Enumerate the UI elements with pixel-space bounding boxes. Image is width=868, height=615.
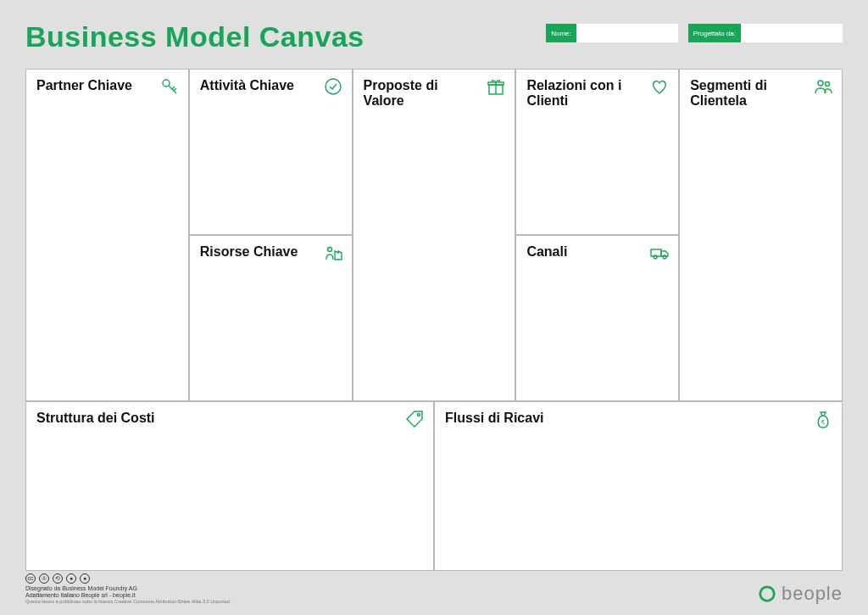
block-title: Segmenti di Clientela [690, 78, 796, 109]
credit-line-2: Adattamento italiano Beople srl - beople… [25, 592, 231, 599]
block-title: Relazioni con i Clienti [526, 78, 632, 109]
block-title: Proposte di Valore [364, 78, 470, 109]
block-customer-relationships: Relazioni con i Clienti [515, 69, 679, 235]
cc-badge-4: ● [66, 573, 76, 584]
block-title: Risorse Chiave [200, 244, 306, 260]
tag-icon [404, 409, 425, 429]
svg-text:€: € [821, 419, 825, 425]
money-bag-icon: € [813, 409, 833, 429]
logo-text: beople [782, 583, 843, 605]
cc-by-badge: ① [39, 573, 49, 584]
check-circle-icon [323, 76, 343, 97]
factory-worker-icon [323, 243, 343, 263]
logo: beople [758, 583, 843, 605]
block-title: Canali [526, 244, 632, 260]
page-title: Business Model Canvas [25, 20, 364, 53]
meta-designedby-input[interactable] [741, 24, 843, 42]
cc-sa-badge: ⟲ [53, 573, 63, 584]
block-key-resources: Risorse Chiave [189, 235, 353, 401]
meta-field-designedby: Progettato da: [688, 24, 843, 42]
block-title: Partner Chiave [36, 78, 142, 93]
svg-point-8 [818, 81, 823, 86]
svg-point-2 [327, 248, 331, 252]
block-title: Attività Chiave [200, 78, 306, 93]
svg-point-10 [418, 414, 420, 417]
truck-icon [649, 243, 670, 263]
block-cost-structure: Struttura dei Costi [25, 401, 434, 571]
svg-point-1 [326, 79, 341, 94]
logo-icon [758, 584, 776, 603]
svg-point-12 [760, 587, 775, 601]
block-revenue-streams: Flussi di Ricavi € [434, 401, 843, 571]
cc-badge: cc [25, 573, 36, 584]
credit-line-1: Disegnato da Business Model Foundry AG [25, 585, 231, 592]
block-channels: Canali [515, 235, 679, 401]
block-title: Flussi di Ricavi [445, 411, 735, 426]
svg-point-6 [654, 255, 657, 259]
canvas-grid: Partner Chiave Attività Chiave Risorse C… [25, 69, 843, 571]
svg-point-0 [163, 80, 170, 87]
footer: cc ① ⟲ ● ● Disegnato da Business Model F… [0, 567, 868, 615]
key-icon [159, 76, 180, 97]
cc-badge-5: ● [80, 573, 90, 584]
block-customer-segments: Segmenti di Clientela [679, 69, 843, 401]
meta-fields: Nome: Progettato da: [546, 24, 843, 42]
svg-point-7 [663, 255, 666, 259]
credit-line-3: Questo lavoro è pubblicato sotto la lice… [25, 599, 231, 605]
people-icon [813, 76, 833, 97]
meta-designedby-label: Progettato da: [688, 24, 741, 42]
meta-field-name: Nome: [546, 24, 678, 42]
block-value-propositions: Proposte di Valore [353, 69, 516, 401]
meta-name-input[interactable] [576, 24, 678, 42]
svg-point-9 [826, 82, 830, 87]
heart-icon [649, 76, 670, 97]
meta-name-label: Nome: [546, 24, 576, 42]
block-key-activities: Attività Chiave [189, 69, 353, 235]
block-key-partners: Partner Chiave [25, 69, 189, 401]
block-title: Struttura dei Costi [36, 411, 326, 426]
cc-badges: cc ① ⟲ ● ● [25, 573, 231, 584]
gift-icon [486, 76, 506, 97]
credits-block: cc ① ⟲ ● ● Disegnato da Business Model F… [25, 573, 231, 605]
